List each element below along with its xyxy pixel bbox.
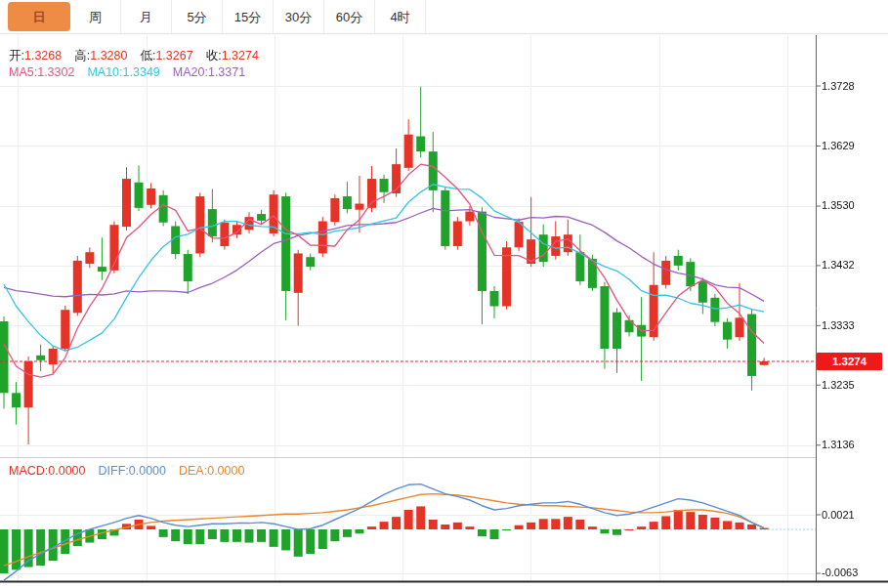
kline-chart-canvas[interactable]	[0, 0, 888, 588]
price-axis-label: 1.3629	[822, 140, 855, 151]
legend-item: MACD:0.0000	[9, 464, 86, 478]
ma-legend: MA5:1.3302MA10:1.3349MA20:1.3371	[9, 65, 245, 79]
period-tabbar: 日周月5分15分30分60分4时	[0, 0, 888, 34]
legend-item: DIFF:0.0000	[99, 464, 166, 478]
price-axis-label: 1.3136	[822, 439, 855, 450]
macd-legend: MACD:0.0000DIFF:0.0000DEA:0.0000	[9, 464, 244, 478]
legend-item: 低:1.3267	[140, 48, 192, 64]
price-axis-label: 1.3530	[822, 199, 855, 211]
price-axis-label: 1.3728	[822, 80, 855, 92]
tab-60min[interactable]: 60分	[324, 0, 375, 33]
price-axis-label: 1.3432	[822, 259, 855, 271]
kline-app: 日周月5分15分30分60分4时 开:1.3268高:1.3280低:1.326…	[0, 0, 888, 588]
legend-item: MA10:1.3349	[87, 65, 159, 79]
legend-item: DEA:0.0000	[179, 464, 244, 478]
tab-day[interactable]: 日	[8, 2, 70, 31]
legend-item: 收:1.3274	[206, 48, 259, 64]
macd-axis-label: -0.0063	[822, 567, 858, 578]
legend-item: MA20:1.3371	[173, 65, 245, 79]
tab-5min[interactable]: 5分	[172, 0, 223, 33]
current-price-badge: 1.3274	[817, 353, 882, 370]
macd-axis-label: 0.0021	[822, 509, 855, 521]
tab-week[interactable]: 周	[70, 0, 121, 33]
price-axis-label: 1.3235	[822, 379, 855, 391]
tab-15min[interactable]: 15分	[223, 0, 274, 33]
tab-4hour[interactable]: 4时	[375, 0, 426, 33]
ohlc-legend: 开:1.3268高:1.3280低:1.3267收:1.3274	[9, 48, 259, 64]
tab-30min[interactable]: 30分	[274, 0, 324, 33]
legend-item: 高:1.3280	[74, 48, 127, 64]
legend-item: 开:1.3268	[9, 48, 62, 64]
legend-item: MA5:1.3302	[9, 65, 74, 79]
price-axis-label: 1.3333	[822, 319, 855, 331]
tab-month[interactable]: 月	[121, 0, 172, 33]
